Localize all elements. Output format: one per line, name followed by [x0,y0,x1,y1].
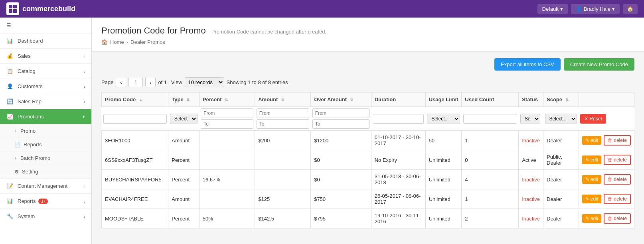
cell-over-amount: $795 [311,209,371,228]
percent-to-input[interactable] [201,119,253,129]
cell-usage-limit: Unlimited [425,209,462,228]
page-header: Promotion Code for Promo Promotion Code … [92,18,644,52]
default-dropdown[interactable]: Default ▾ [537,4,568,14]
col-status: Status [519,92,543,107]
over-amount-from-input[interactable] [312,108,370,118]
create-promo-code-button[interactable]: Create New Promo Code [564,58,634,71]
delete-button[interactable]: 🗑 delete [604,174,631,185]
sidebar-item-customers[interactable]: 👤 Customers ‹ [0,79,91,94]
dashboard-icon: 📊 [6,38,14,44]
cell-duration: No Expiry [371,150,425,170]
home-button[interactable]: 🏠 [623,4,638,14]
cell-over-amount: $1200 [311,131,371,150]
next-page-button[interactable]: › [145,77,156,87]
chevron-down-icon: ▾ [560,6,563,12]
delete-button[interactable]: 🗑 delete [604,135,631,146]
svg-rect-1 [13,5,17,8]
duration-filter-input[interactable] [373,114,424,124]
cell-percent [199,150,255,170]
promo-code-filter-input[interactable] [103,114,167,124]
type-filter-select[interactable]: Select... [170,114,198,124]
table-filter-row: Select... [102,107,634,131]
cell-scope: Public, Dealer [543,150,579,170]
svg-rect-2 [9,9,12,13]
amount-from-input[interactable] [257,108,309,118]
page-input[interactable] [128,77,143,87]
sidebar-item-promo[interactable]: + Promo [0,124,91,138]
plus-icon: + [14,128,17,134]
edit-button[interactable]: ✎ edit [582,214,602,223]
logo-text: commercebuild [22,5,75,13]
cell-promo-code: MOODS+TABLE [102,209,168,228]
delete-button[interactable]: 🗑 delete [604,213,631,224]
content-icon: 📝 [6,183,14,189]
cell-percent [199,131,255,150]
col-actions [579,92,634,107]
cell-type: Percent [168,170,199,189]
edit-button[interactable]: ✎ edit [582,155,602,164]
cell-used-count: 1 [462,189,519,209]
cell-amount [255,150,311,170]
user-dropdown[interactable]: 👤 Bradly Hale ▾ [571,4,620,14]
sidebar-item-reports-main[interactable]: 📊 Reports 37 ‹ [0,194,91,209]
status-filter-select[interactable]: Se [520,114,540,124]
cell-actions: ✎ edit 🗑 delete [579,150,634,170]
breadcrumb: 🏠 Home › Dealer Promos [101,39,634,45]
sidebar-toggle[interactable]: ☰ [0,18,91,33]
percent-filter-range [201,108,253,129]
sidebar-item-sales-rep[interactable]: 🔄 Sales Rep ‹ [0,94,91,109]
col-used-count: Used Count [462,92,519,107]
edit-button[interactable]: ✎ edit [582,195,602,203]
reports-icon: 📄 [14,142,20,148]
sidebar-item-system[interactable]: 🔧 System ‹ [0,209,91,224]
cell-percent: 16.67% [199,170,255,189]
chevron-left-icon: ‹ [83,184,85,189]
cell-used-count: 0 [462,150,519,170]
cell-promo-code: 3FOR1000 [102,131,168,150]
cell-promo-code: EVACHAIR4FREE [102,189,168,209]
breadcrumb-home[interactable]: Home [110,39,124,45]
cell-promo-code: BUY6CHAIRSPAYFOR5 [102,170,168,189]
sidebar-item-catalog[interactable]: 📋 Catalog ‹ [0,64,91,79]
table-row: 6SS9xxxAF3TusgZT Percent $0 No Expiry Un… [102,150,634,170]
col-scope: Scope ⇅ [543,92,579,107]
cell-amount: $142.5 [255,209,311,228]
used-count-filter-input[interactable] [463,114,517,124]
pagination-row: Page ‹ › of 1 | View 10 records 25 recor… [101,77,634,87]
edit-button[interactable]: ✎ edit [582,175,602,184]
usage-limit-filter-select[interactable]: Select... [427,114,460,124]
sidebar-item-promotions[interactable]: 📈 Promotions ▾ [0,109,91,124]
sidebar-item-reports[interactable]: 📄 Reports [0,138,91,152]
home-icon: 🏠 [627,6,634,12]
sidebar: ☰ 📊 Dashboard 💰 Sales ‹ 📋 Catalog ‹ 👤 Cu… [0,18,92,244]
sidebar-item-setting[interactable]: ⚙ Setting [0,165,91,179]
delete-button[interactable]: 🗑 delete [604,155,631,165]
of-label: of 1 | View [158,79,182,85]
prev-page-button[interactable]: ‹ [116,77,126,87]
filter-scope: Select... [543,107,579,131]
sort-icon: ⇅ [281,98,284,102]
page-title: Promotion Code for Promo Promotion Code … [101,26,634,36]
cell-used-count: 4 [462,170,519,189]
cell-actions: ✎ edit 🗑 delete [579,189,634,209]
sidebar-item-content-management[interactable]: 📝 Content Management ‹ [0,179,91,194]
cell-scope: Dealer [543,170,579,189]
sidebar-item-dashboard[interactable]: 📊 Dashboard [0,33,91,49]
export-csv-button[interactable]: Export all items to CSV [494,58,561,71]
records-per-page-select[interactable]: 10 records 25 records 50 records 100 rec… [185,77,224,87]
cell-actions: ✎ edit 🗑 delete [579,209,634,228]
over-amount-to-input[interactable] [312,119,370,129]
amount-to-input[interactable] [257,119,309,129]
reset-filter-button[interactable]: ✕ Reset [580,114,606,124]
chevron-left-icon: ‹ [83,214,85,219]
chevron-left-icon: ‹ [83,84,85,89]
cell-usage-limit: Unlimited [425,150,462,170]
table-header-row: Promo Code ▲ Type ⇅ Percent ⇅ [102,92,634,107]
edit-button[interactable]: ✎ edit [582,136,602,145]
table-row: MOODS+TABLE Percent 50% $142.5 $795 19-1… [102,209,634,228]
percent-from-input[interactable] [201,108,253,118]
delete-button[interactable]: 🗑 delete [604,194,631,204]
scope-filter-select[interactable]: Select... [545,114,577,124]
sidebar-item-batch-promo[interactable]: + Batch Promo [0,152,91,165]
sidebar-item-sales[interactable]: 💰 Sales ‹ [0,49,91,64]
